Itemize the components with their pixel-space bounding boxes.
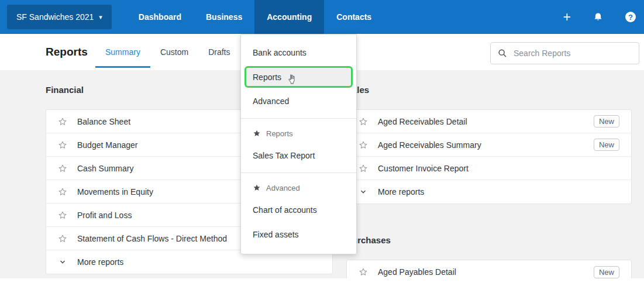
- report-tabs: Summary Custom Drafts: [95, 34, 240, 70]
- chevron-down-icon: [58, 258, 67, 266]
- menu-item-chart-of-accounts[interactable]: Chart of accounts: [241, 198, 356, 222]
- report-row-aged-payables-detail[interactable]: Aged Payables Detail New: [347, 260, 631, 278]
- report-row-customer-invoice-report[interactable]: Customer Invoice Report: [347, 157, 631, 180]
- search-box[interactable]: [490, 42, 639, 64]
- nav-item-dashboard[interactable]: Dashboard: [126, 0, 194, 34]
- bottom-whitespace: [0, 278, 644, 293]
- search-input[interactable]: [514, 49, 632, 58]
- star-icon[interactable]: [58, 117, 67, 126]
- org-name: SF Sandwiches 2021: [16, 12, 94, 22]
- star-icon[interactable]: [58, 211, 67, 220]
- main-nav: Dashboard Business Accounting Contacts: [126, 0, 384, 34]
- star-filled-icon: [253, 184, 261, 192]
- nav-item-business[interactable]: Business: [194, 0, 254, 34]
- accounting-dropdown-menu: Bank accounts Reports Advanced Reports S…: [240, 34, 357, 254]
- new-badge: New: [594, 266, 619, 278]
- report-label: More reports: [77, 257, 321, 267]
- star-icon[interactable]: [359, 117, 368, 126]
- caret-down-icon: ▾: [99, 13, 102, 21]
- star-icon[interactable]: [359, 164, 368, 173]
- search-icon: [498, 49, 507, 58]
- report-label: Aged Payables Detail: [378, 267, 594, 277]
- star-icon[interactable]: [58, 187, 67, 197]
- tab-custom[interactable]: Custom: [150, 34, 198, 70]
- chevron-down-icon: [359, 188, 368, 195]
- report-label: Aged Receivables Summary: [378, 140, 594, 150]
- star-icon[interactable]: [359, 267, 368, 277]
- menu-item-sales-tax-report[interactable]: Sales Tax Report: [241, 143, 356, 168]
- page-title: Reports: [46, 34, 88, 70]
- purchases-card: Aged Payables Detail New: [346, 260, 632, 278]
- report-row-aged-receivables-summary[interactable]: Aged Receivables Summary New: [347, 133, 631, 157]
- more-reports-row-sales[interactable]: More reports: [347, 180, 631, 204]
- report-label: More reports: [378, 187, 619, 197]
- nav-item-contacts[interactable]: Contacts: [324, 0, 384, 34]
- menu-group-header-advanced: Advanced: [241, 178, 356, 198]
- tab-summary[interactable]: Summary: [95, 34, 150, 70]
- report-label: Customer Invoice Report: [378, 164, 619, 173]
- menu-item-bank-accounts[interactable]: Bank accounts: [241, 40, 356, 65]
- menu-group-header-reports: Reports: [241, 123, 356, 143]
- menu-item-advanced[interactable]: Advanced: [241, 89, 356, 113]
- menu-group-label: Advanced: [266, 184, 300, 192]
- tab-drafts[interactable]: Drafts: [198, 34, 240, 70]
- star-filled-icon: [253, 129, 261, 137]
- menu-item-fixed-assets[interactable]: Fixed assets: [241, 222, 356, 247]
- new-badge: New: [594, 139, 619, 151]
- star-icon[interactable]: [58, 164, 67, 173]
- nav-item-accounting[interactable]: Accounting: [254, 0, 324, 34]
- menu-divider: [241, 173, 356, 173]
- star-icon[interactable]: [58, 140, 67, 150]
- star-icon[interactable]: [359, 140, 368, 150]
- menu-item-label: Reports: [253, 73, 281, 82]
- report-row-aged-receivables-detail[interactable]: Aged Receivables Detail New: [347, 110, 631, 133]
- section-title-purchases: Purchases: [346, 235, 632, 247]
- section-title-sales: Sales: [346, 85, 632, 96]
- sales-column: Sales Aged Receivables Detail New Aged R…: [346, 70, 632, 278]
- org-switcher[interactable]: SF Sandwiches 2021 ▾: [7, 5, 112, 29]
- plus-icon[interactable]: +: [563, 11, 571, 24]
- top-navbar: SF Sandwiches 2021 ▾ Dashboard Business …: [0, 0, 644, 34]
- help-icon[interactable]: ?: [625, 12, 636, 22]
- menu-group-label: Reports: [266, 129, 293, 138]
- menu-item-reports[interactable]: Reports: [244, 66, 353, 88]
- bell-icon[interactable]: [593, 12, 603, 22]
- new-badge: New: [594, 115, 619, 127]
- cursor-pointer-icon: [287, 74, 297, 85]
- report-label: Aged Receivables Detail: [378, 117, 594, 126]
- star-icon[interactable]: [58, 234, 67, 243]
- menu-divider: [241, 118, 356, 119]
- sales-card: Aged Receivables Detail New Aged Receiva…: [346, 109, 632, 204]
- navbar-actions: + ?: [563, 0, 636, 34]
